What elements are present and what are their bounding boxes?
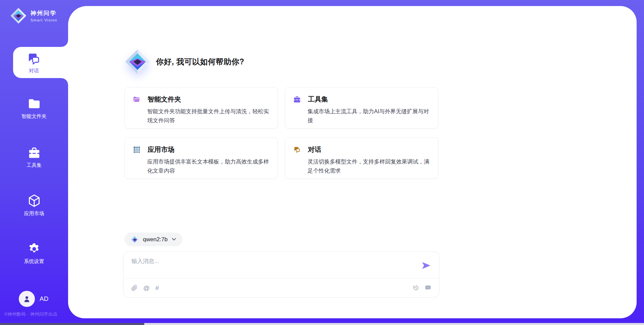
card-title: 对话: [308, 145, 321, 154]
user-initials: AD: [40, 295, 48, 303]
sidebar-item-label: 应用市场: [24, 210, 44, 217]
toolbox-icon: [293, 95, 301, 103]
feature-card-toolbox[interactable]: 工具集 集成市场上主流工具，助力AI与外界无缝扩展与对接: [285, 87, 438, 129]
folder-icon: [28, 97, 41, 111]
feature-card-chat[interactable]: 对话 灵活切换多模型文件，支持多样回复效果调试，满足个性化需求: [285, 137, 438, 179]
greeting: 你好, 我可以如何帮助你?: [124, 49, 244, 75]
conversations-icon[interactable]: [425, 284, 431, 291]
card-title: 应用市场: [148, 145, 174, 154]
feature-card-smart-folder[interactable]: 智能文件夹 智能文件夹功能支持批量文件上传与清洗，轻松实现文件问答: [124, 87, 278, 129]
sidebar-item-label: 工具集: [26, 162, 42, 169]
sidebar-item-settings[interactable]: 系统设置: [0, 242, 68, 265]
sidebar-item-toolbox[interactable]: 工具集: [0, 146, 68, 169]
brand-name: 神州问学: [31, 9, 57, 17]
model-diamond-icon: [131, 236, 139, 244]
chevron-down-icon: [172, 238, 176, 241]
cube-icon: [27, 194, 41, 208]
sidebar-item-app-market[interactable]: 应用市场: [0, 194, 68, 217]
brand-subtitle: Smart Vision: [31, 18, 57, 22]
message-input[interactable]: [131, 257, 421, 278]
avatar: [19, 291, 35, 307]
chat-bubbles-icon: [293, 146, 301, 153]
card-description: 集成市场上主流工具，助力AI与外界无缝扩展与对接: [308, 107, 430, 125]
gear-icon: [28, 242, 41, 256]
greeting-text: 你好, 我可以如何帮助你?: [156, 57, 244, 67]
greeting-logo-icon: [124, 49, 151, 75]
model-selector[interactable]: qwen2:7b: [124, 233, 182, 246]
model-name: qwen2:7b: [143, 236, 168, 243]
tab-fillet-bottom: [61, 78, 68, 85]
sidebar-item-label: 智能文件夹: [21, 113, 47, 120]
horizontal-scrollbar[interactable]: [0, 323, 644, 325]
sidebar-item-label: 系统设置: [24, 258, 44, 265]
copyright: ©神州数码 · 神州问学出品: [4, 311, 57, 317]
brand: 神州问学 Smart Vision: [10, 7, 57, 24]
history-icon[interactable]: [413, 284, 419, 291]
sidebar-item-label: 对话: [29, 68, 39, 74]
toolbox-icon: [28, 146, 41, 159]
card-description: 灵活切换多模型文件，支持多样回复效果调试，满足个性化需求: [308, 157, 430, 175]
send-button[interactable]: [421, 261, 432, 271]
user-profile[interactable]: AD: [19, 291, 48, 307]
chat-bubbles-icon: [26, 51, 41, 66]
sidebar: 神州问学 Smart Vision 对话 智能文件夹: [0, 0, 68, 325]
card-title: 工具集: [308, 95, 328, 104]
card-title: 智能文件夹: [148, 95, 181, 104]
content-area: 你好, 我可以如何帮助你? 智能文件夹 智能文件夹功能支持批量文件上传与清洗，轻…: [124, 0, 438, 325]
brand-diamond-icon: [10, 7, 27, 24]
attachment-icon[interactable]: [131, 285, 138, 291]
person-icon: [22, 295, 31, 303]
app-grid-icon: [133, 146, 141, 153]
sidebar-item-smart-folder[interactable]: 智能文件夹: [0, 97, 68, 120]
composer: @ #: [123, 251, 439, 298]
scrollbar-thumb[interactable]: [0, 323, 144, 325]
hashtag-icon[interactable]: #: [155, 285, 159, 291]
sidebar-item-chat[interactable]: 对话: [13, 47, 68, 78]
mention-icon[interactable]: @: [143, 285, 150, 291]
tab-fillet-top: [61, 40, 68, 47]
feature-card-app-market[interactable]: 应用市场 应用市场提供丰富长文本模板，助力高效生成多样化文章内容: [124, 137, 278, 179]
card-description: 智能文件夹功能支持批量文件上传与清洗，轻松实现文件问答: [147, 107, 270, 125]
send-icon: [422, 262, 430, 269]
folder-open-icon: [133, 95, 141, 103]
feature-cards: 智能文件夹 智能文件夹功能支持批量文件上传与清洗，轻松实现文件问答 工具集 集成…: [124, 87, 438, 179]
card-description: 应用市场提供丰富长文本模板，助力高效生成多样化文章内容: [147, 157, 270, 175]
